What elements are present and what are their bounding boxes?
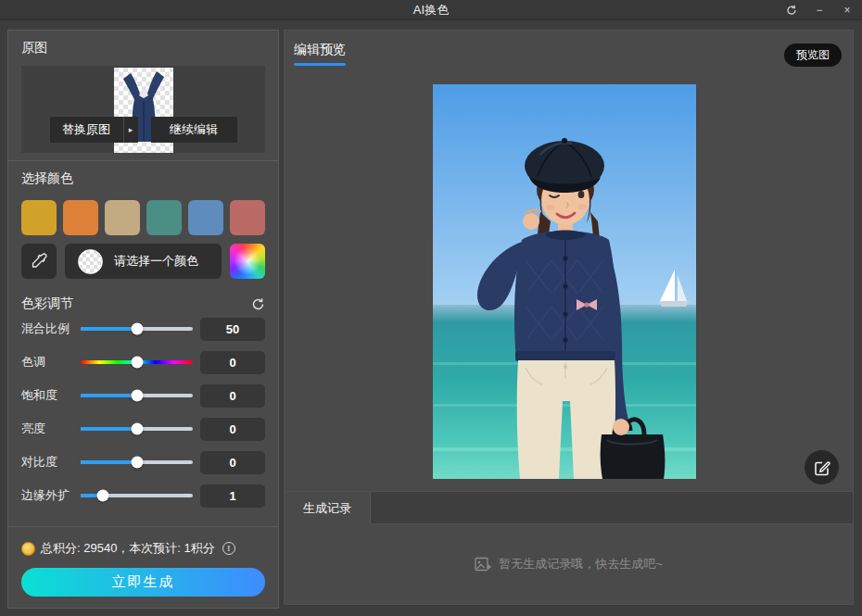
brightness-value[interactable]: 0	[200, 418, 265, 441]
replace-original-group: 替换原图 ▸	[50, 117, 138, 143]
brightness-slider[interactable]	[81, 427, 193, 431]
preview-image-button[interactable]: 预览图	[784, 44, 842, 67]
points-text: 总积分: 29540，本次预计: 1积分	[41, 540, 215, 557]
color-swatches	[21, 200, 265, 235]
color-section-title: 选择颜色	[21, 170, 265, 187]
coin-icon	[21, 542, 35, 556]
edit-pencil-icon	[814, 459, 830, 476]
color-section: 选择颜色 请选择一个颜色 色彩调节	[8, 160, 278, 523]
slider-fill	[81, 460, 137, 464]
slider-knob[interactable]	[131, 390, 143, 402]
color-swatch-tan[interactable]	[105, 200, 140, 235]
saturation-slider[interactable]	[81, 394, 193, 397]
tab-edit-preview[interactable]: 编辑预览	[294, 42, 346, 66]
slider-label: 色调	[21, 354, 81, 371]
replace-original-button[interactable]: 替换原图	[50, 117, 123, 143]
slider-knob[interactable]	[131, 423, 143, 435]
slider-mix-ratio: 混合比例 50	[21, 312, 265, 346]
color-swatch-teal[interactable]	[146, 200, 182, 235]
empty-records-text: 暂无生成记录哦，快去生成吧~	[499, 556, 663, 572]
slider-label: 边缘外扩	[21, 487, 81, 504]
mix-ratio-value[interactable]: 50	[200, 318, 265, 341]
points-row: 总积分: 29540，本次预计: 1积分 !	[21, 540, 265, 557]
preview-panel: 编辑预览 预览图	[284, 30, 854, 492]
continue-edit-button[interactable]: 继续编辑	[151, 117, 237, 143]
color-wheel-button[interactable]	[230, 244, 265, 279]
color-swatch-yellow[interactable]	[21, 200, 57, 235]
slider-knob[interactable]	[131, 457, 143, 469]
window-controls: − ×	[784, 0, 855, 20]
eyedropper-icon	[31, 253, 47, 270]
select-color-label: 请选择一个颜色	[114, 253, 198, 270]
slider-fill	[81, 427, 137, 431]
slider-edge-expand: 边缘外扩 1	[21, 479, 265, 512]
slider-knob[interactable]	[131, 323, 143, 335]
current-color-swatch	[78, 249, 103, 274]
preview-photo	[433, 84, 696, 479]
slider-saturation: 饱和度 0	[21, 379, 265, 412]
color-swatch-orange[interactable]	[63, 200, 98, 235]
left-panel: 原图 替换原图 ▸ 继续编辑 选择颜色	[7, 30, 279, 609]
contrast-value[interactable]: 0	[200, 451, 265, 474]
select-color-button[interactable]: 请选择一个颜色	[65, 244, 222, 279]
records-tabbar: 生成记录	[284, 492, 854, 524]
reset-adjust-icon[interactable]	[251, 297, 265, 311]
replace-dropdown-arrow-icon[interactable]: ▸	[123, 117, 138, 143]
adjust-title: 色彩调节	[21, 295, 73, 312]
hue-slider[interactable]	[81, 360, 193, 364]
color-swatch-blue[interactable]	[188, 200, 223, 235]
slider-knob[interactable]	[97, 490, 109, 502]
slider-label: 对比度	[21, 454, 81, 471]
original-thumbnail-box: 替换原图 ▸ 继续编辑	[21, 66, 265, 153]
records-empty-state: 暂无生成记录哦，快去生成吧~	[475, 556, 663, 573]
empty-records-icon	[475, 556, 492, 573]
thumbnail-buttons: 替换原图 ▸ 继续编辑	[21, 117, 265, 143]
original-section: 原图 替换原图 ▸ 继续编辑	[8, 31, 278, 160]
slider-label: 混合比例	[21, 321, 81, 337]
slider-fill	[81, 394, 137, 397]
hue-value[interactable]: 0	[200, 351, 265, 374]
records-area: 暂无生成记录哦，快去生成吧~	[284, 524, 854, 605]
refresh-icon[interactable]	[784, 3, 799, 18]
contrast-slider[interactable]	[81, 460, 193, 464]
titlebar: AI换色 − ×	[0, 0, 862, 20]
slider-contrast: 对比度 0	[21, 446, 265, 479]
close-icon[interactable]: ×	[840, 3, 855, 18]
minimize-icon[interactable]: −	[812, 3, 827, 18]
saturation-value[interactable]: 0	[200, 384, 265, 408]
picker-row: 请选择一个颜色	[21, 244, 265, 279]
edge-expand-slider[interactable]	[81, 494, 193, 497]
window-title: AI换色	[413, 2, 449, 19]
edge-expand-value[interactable]: 1	[200, 484, 265, 508]
edit-button[interactable]	[805, 450, 839, 484]
color-swatch-rose[interactable]	[230, 200, 265, 235]
slider-fill	[81, 327, 137, 331]
model-photo-illustration	[433, 84, 696, 479]
slider-knob[interactable]	[131, 357, 143, 369]
generate-button[interactable]: 立即生成	[21, 568, 265, 597]
adjust-header: 色彩调节	[21, 295, 265, 312]
info-icon[interactable]: !	[222, 542, 235, 555]
original-title: 原图	[21, 40, 265, 57]
mix-ratio-slider[interactable]	[81, 327, 193, 331]
left-panel-footer: 总积分: 29540，本次预计: 1积分 ! 立即生成	[8, 526, 278, 608]
slider-label: 饱和度	[21, 387, 81, 404]
slider-label: 亮度	[21, 421, 81, 437]
tab-generation-records[interactable]: 生成记录	[285, 492, 371, 524]
eyedropper-button[interactable]	[21, 244, 57, 279]
slider-hue: 色调 0	[21, 346, 265, 379]
slider-brightness: 亮度 0	[21, 412, 265, 446]
